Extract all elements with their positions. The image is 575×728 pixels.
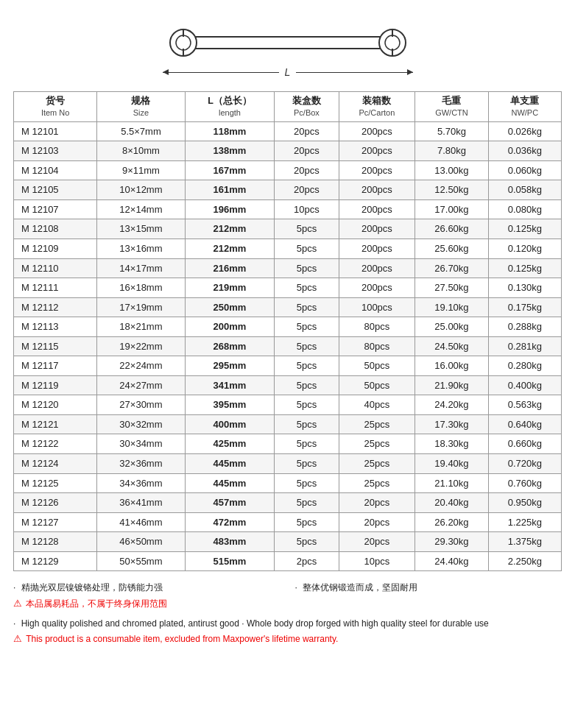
col-size: 规格 Size	[97, 92, 185, 122]
table-cell: M 12109	[14, 239, 97, 259]
table-cell: 483mm	[185, 532, 275, 552]
table-cell: 0.120kg	[488, 239, 561, 259]
table-cell: 50×55mm	[97, 551, 185, 571]
table-header: 货号 Item No 规格 Size L（总长） length 装盒数 Pc/B…	[14, 92, 562, 122]
table-cell: 80pcs	[339, 336, 415, 356]
table-cell: 29.30kg	[415, 532, 488, 552]
table-row: M 121015.5×7mm118mm20pcs200pcs5.70kg0.02…	[14, 121, 562, 141]
table-cell: M 12107	[14, 199, 97, 219]
table-cell: 0.175kg	[488, 297, 561, 317]
table-cell: 200mm	[185, 317, 275, 337]
dim-arrow-right	[296, 72, 412, 73]
table-cell: 200pcs	[339, 219, 415, 239]
table-row: M 1211217×19mm250mm5pcs100pcs19.10kg0.17…	[14, 297, 562, 317]
table-cell: M 12125	[14, 473, 97, 493]
table-cell: 5pcs	[275, 278, 339, 298]
table-cell: 20pcs	[275, 121, 339, 141]
table-cell: 25.60kg	[415, 239, 488, 259]
table-cell: 200pcs	[339, 199, 415, 219]
table-cell: 161mm	[185, 180, 275, 200]
table-cell: M 12117	[14, 356, 97, 376]
table-cell: 13×15mm	[97, 219, 185, 239]
table-cell: 32×36mm	[97, 454, 185, 474]
table-cell: M 12104	[14, 160, 97, 180]
table-cell: 5pcs	[275, 434, 339, 454]
table-cell: M 12120	[14, 395, 97, 415]
table-row: M 1210510×12mm161mm20pcs200pcs12.50kg0.0…	[14, 180, 562, 200]
table-cell: M 12115	[14, 336, 97, 356]
page: L 货号 Item No 规格 Size L（总长） length	[0, 0, 575, 657]
table-cell: 12×14mm	[97, 199, 185, 219]
table-cell: 50pcs	[339, 356, 415, 376]
table-cell: 12.50kg	[415, 180, 488, 200]
table-row: M 1212636×41mm457mm5pcs20pcs20.40kg0.950…	[14, 493, 562, 513]
table-cell: M 12119	[14, 375, 97, 395]
dim-label: L	[279, 66, 297, 78]
table-cell: 20pcs	[339, 532, 415, 552]
table-cell: 25pcs	[339, 434, 415, 454]
table-cell: 20pcs	[339, 512, 415, 532]
footer-en-section: · High quality polished and chromed plat…	[13, 616, 562, 647]
table-row: M 1211519×22mm268mm5pcs80pcs24.50kg0.281…	[14, 336, 562, 356]
table-cell: 34×36mm	[97, 473, 185, 493]
table-row: M 1210913×16mm212mm5pcs200pcs25.60kg0.12…	[14, 239, 562, 259]
table-cell: 0.281kg	[488, 336, 561, 356]
table-cell: M 12101	[14, 121, 97, 141]
table-row: M 1212230×34mm425mm5pcs25pcs18.30kg0.660…	[14, 434, 562, 454]
table-cell: 20.40kg	[415, 493, 488, 513]
table-cell: 395mm	[185, 395, 275, 415]
table-row: M 1212741×46mm472mm5pcs20pcs26.20kg1.225…	[14, 512, 562, 532]
svg-point-3	[385, 35, 400, 50]
table-cell: 25pcs	[339, 473, 415, 493]
table-cell: 16.00kg	[415, 356, 488, 376]
table-cell: 0.125kg	[488, 258, 561, 278]
table-cell: 100pcs	[339, 297, 415, 317]
table-cell: 212mm	[185, 219, 275, 239]
table-cell: 9×11mm	[97, 160, 185, 180]
table-cell: 5pcs	[275, 473, 339, 493]
table-cell: 41×46mm	[97, 512, 185, 532]
warning-icon-en: ⚠	[13, 633, 22, 644]
table-cell: 13.00kg	[415, 160, 488, 180]
table-cell: 0.660kg	[488, 434, 561, 454]
table-cell: 200pcs	[339, 258, 415, 278]
table-row: M 1211924×27mm341mm5pcs50pcs21.90kg0.400…	[14, 375, 562, 395]
table-cell: 22×24mm	[97, 356, 185, 376]
table-cell: 24×27mm	[97, 375, 185, 395]
dimension-line: L	[163, 66, 413, 78]
col-gw: 毛重 GW/CTN	[415, 92, 488, 122]
table-cell: 457mm	[185, 493, 275, 513]
table-cell: 19×22mm	[97, 336, 185, 356]
table-cell: 17×19mm	[97, 297, 185, 317]
table-cell: 212mm	[185, 239, 275, 259]
table-cell: 216mm	[185, 258, 275, 278]
table-cell: 200pcs	[339, 121, 415, 141]
table-cell: 10×12mm	[97, 180, 185, 200]
table-cell: 341mm	[185, 375, 275, 395]
wrench-diagram	[163, 21, 413, 65]
table-cell: 26.60kg	[415, 219, 488, 239]
table-cell: 445mm	[185, 473, 275, 493]
table-cell: M 12108	[14, 219, 97, 239]
table-cell: 5pcs	[275, 297, 339, 317]
svg-point-1	[176, 35, 191, 50]
footer-warning-zh: ⚠ 本品属易耗品，不属于终身保用范围	[13, 596, 281, 612]
table-cell: 400mm	[185, 414, 275, 434]
table-cell: 200pcs	[339, 180, 415, 200]
table-cell: 1.375kg	[488, 532, 561, 552]
table-cell: 1.225kg	[488, 512, 561, 532]
table-cell: 20pcs	[339, 493, 415, 513]
table-cell: 20pcs	[275, 180, 339, 200]
table-cell: 25.00kg	[415, 317, 488, 337]
table-cell: 80pcs	[339, 317, 415, 337]
footer-bullet-zh-1: · 精抛光双层镍镀铬处理，防锈能力强	[13, 580, 281, 595]
table-cell: 515mm	[185, 551, 275, 571]
table-row: M 1210813×15mm212mm5pcs200pcs26.60kg0.12…	[14, 219, 562, 239]
table-cell: M 12103	[14, 141, 97, 161]
header-row: 货号 Item No 规格 Size L（总长） length 装盒数 Pc/B…	[14, 92, 562, 122]
table-cell: M 12113	[14, 317, 97, 337]
table-cell: 5pcs	[275, 336, 339, 356]
table-cell: 200pcs	[339, 278, 415, 298]
table-cell: M 12124	[14, 454, 97, 474]
table-cell: 30×32mm	[97, 414, 185, 434]
